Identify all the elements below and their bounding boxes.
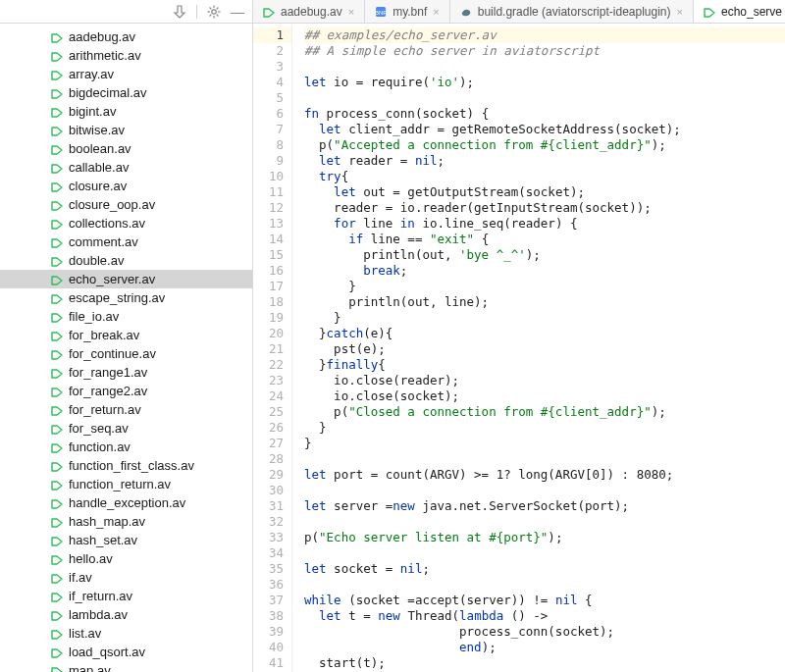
line-number-gutter[interactable]: 1234567891011121314151617181920212223242… — [253, 24, 292, 672]
line-number[interactable]: 1 — [253, 27, 291, 43]
line-number[interactable]: 20 — [253, 326, 284, 341]
code-line[interactable] — [304, 483, 785, 498]
tree-file-aadebug-av[interactable]: aadebug.av — [0, 27, 252, 46]
line-number[interactable]: 27 — [253, 436, 284, 451]
code-line[interactable]: } — [304, 420, 785, 436]
code-editor[interactable]: ## examples/echo_server.av## A simple ec… — [292, 24, 785, 672]
line-number[interactable]: 38 — [253, 608, 284, 624]
line-number[interactable]: 3 — [253, 59, 284, 75]
tree-file-function_first_class-av[interactable]: function_first_class.av — [0, 456, 252, 475]
tree-file-load_qsort-av[interactable]: load_qsort.av — [0, 643, 252, 661]
line-number[interactable]: 11 — [253, 184, 284, 200]
line-number[interactable]: 19 — [253, 310, 284, 326]
code-line[interactable]: reader = io.reader(getInputStream(socket… — [304, 200, 785, 216]
line-number[interactable]: 21 — [253, 341, 284, 357]
code-line[interactable]: process_conn(socket); — [304, 624, 785, 640]
line-number[interactable]: 17 — [253, 279, 284, 294]
tree-file-closure-av[interactable]: closure.av — [0, 177, 252, 195]
tree-file-comment-av[interactable]: comment.av — [0, 233, 252, 251]
line-number[interactable]: 39 — [253, 624, 284, 640]
line-number[interactable]: 12 — [253, 200, 284, 216]
tree-file-for_return-av[interactable]: for_return.av — [0, 400, 252, 419]
code-line[interactable]: let socket = nil; — [304, 561, 785, 577]
code-line[interactable] — [304, 514, 785, 530]
code-line[interactable]: pst(e); — [304, 341, 785, 357]
code-line[interactable]: ## A simple echo server in aviatorscript — [304, 43, 785, 59]
tree-file-callable-av[interactable]: callable.av — [0, 158, 252, 177]
line-number[interactable]: 5 — [253, 90, 284, 106]
editor-tab-aadebug-av[interactable]: aadebug.av× — [253, 0, 365, 23]
code-line[interactable]: io.close(socket); — [304, 388, 785, 404]
tree-file-for_continue-av[interactable]: for_continue.av — [0, 344, 252, 363]
line-number[interactable]: 32 — [253, 514, 284, 530]
line-number[interactable]: 26 — [253, 420, 284, 436]
tree-file-function-av[interactable]: function.av — [0, 438, 252, 456]
tree-file-boolean-av[interactable]: boolean.av — [0, 139, 252, 158]
settings-gear-icon[interactable] — [207, 5, 221, 19]
hide-tool-window-icon[interactable]: — — [231, 5, 244, 19]
line-number[interactable]: 35 — [253, 561, 284, 577]
line-number[interactable]: 36 — [253, 577, 284, 593]
line-number[interactable]: 23 — [253, 373, 284, 388]
tree-file-echo_server-av[interactable]: echo_server.av — [0, 270, 252, 288]
code-line[interactable] — [304, 545, 785, 561]
tree-file-for_break-av[interactable]: for_break.av — [0, 326, 252, 344]
code-line[interactable]: println(out, 'bye ^_^'); — [304, 247, 785, 263]
line-number[interactable]: 2 — [253, 43, 284, 59]
code-line[interactable]: } — [304, 436, 785, 451]
code-line[interactable]: io.close(reader); — [304, 373, 785, 388]
code-line[interactable]: }catch(e){ — [304, 326, 785, 341]
tree-file-bitwise-av[interactable]: bitwise.av — [0, 121, 252, 139]
code-line[interactable]: for line in io.line_seq(reader) { — [304, 216, 785, 232]
line-number[interactable]: 40 — [253, 640, 284, 655]
editor-tab-my-bnf[interactable]: BNFmy.bnf× — [365, 0, 450, 23]
tree-file-escape_string-av[interactable]: escape_string.av — [0, 288, 252, 307]
line-number[interactable]: 13 — [253, 216, 284, 232]
line-number[interactable]: 15 — [253, 247, 284, 263]
tree-file-for_range2-av[interactable]: for_range2.av — [0, 382, 252, 400]
tree-file-bigdecimal-av[interactable]: bigdecimal.av — [0, 83, 252, 102]
line-number[interactable]: 16 — [253, 263, 284, 279]
code-line[interactable]: end); — [304, 640, 785, 655]
code-line[interactable]: } — [304, 310, 785, 326]
line-number[interactable]: 9 — [253, 153, 284, 169]
tree-file-for_seq-av[interactable]: for_seq.av — [0, 419, 252, 438]
line-number[interactable]: 29 — [253, 467, 284, 483]
tree-file-for_range1-av[interactable]: for_range1.av — [0, 363, 252, 382]
select-open-file-icon[interactable] — [173, 5, 186, 19]
tree-file-array-av[interactable]: array.av — [0, 65, 252, 83]
code-line[interactable] — [304, 59, 785, 75]
code-line[interactable]: let client_addr = getRemoteSocketAddress… — [304, 122, 785, 137]
close-tab-icon[interactable]: × — [677, 6, 683, 18]
line-number[interactable]: 28 — [253, 451, 284, 467]
line-number[interactable]: 37 — [253, 593, 284, 608]
line-number[interactable]: 30 — [253, 483, 284, 498]
line-number[interactable]: 6 — [253, 106, 284, 122]
close-tab-icon[interactable]: × — [348, 6, 354, 18]
code-line[interactable]: p("Echo server listen at #{port}"); — [304, 530, 785, 545]
tree-file-hello-av[interactable]: hello.av — [0, 549, 252, 568]
code-line[interactable] — [304, 90, 785, 106]
code-line[interactable]: let port = count(ARGV) >= 1? long(ARGV[0… — [304, 467, 785, 483]
code-line[interactable]: } — [304, 279, 785, 294]
tree-file-function_return-av[interactable]: function_return.av — [0, 475, 252, 493]
code-line[interactable] — [304, 577, 785, 593]
tree-file-lambda-av[interactable]: lambda.av — [0, 605, 252, 624]
tree-file-double-av[interactable]: double.av — [0, 251, 252, 270]
tree-file-if_return-av[interactable]: if_return.av — [0, 587, 252, 605]
line-number[interactable]: 24 — [253, 388, 284, 404]
line-number[interactable]: 8 — [253, 137, 284, 153]
tree-file-handle_exception-av[interactable]: handle_exception.av — [0, 493, 252, 512]
code-line[interactable]: start(t); — [304, 655, 785, 671]
tree-file-hash_set-av[interactable]: hash_set.av — [0, 531, 252, 549]
code-line[interactable]: fn process_conn(socket) { — [304, 106, 785, 122]
code-line[interactable]: break; — [304, 263, 785, 279]
line-number[interactable]: 22 — [253, 357, 284, 373]
code-line[interactable]: while (socket =accept(server)) != nil { — [304, 593, 785, 608]
tree-file-collections-av[interactable]: collections.av — [0, 214, 252, 233]
tree-file-closure_oop-av[interactable]: closure_oop.av — [0, 195, 252, 214]
tree-file-file_io-av[interactable]: file_io.av — [0, 307, 252, 326]
line-number[interactable]: 18 — [253, 294, 284, 310]
code-line[interactable]: try{ — [304, 169, 785, 184]
code-line[interactable]: ## examples/echo_server.av — [304, 27, 785, 43]
